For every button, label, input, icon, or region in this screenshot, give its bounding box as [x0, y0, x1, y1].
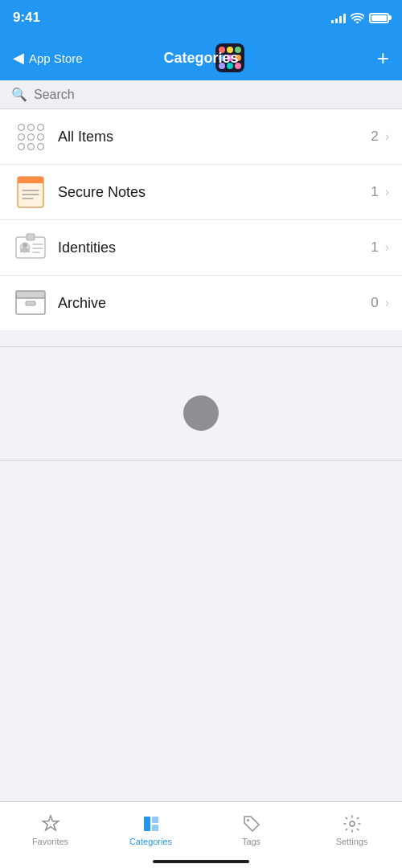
tab-label: Favorites: [32, 837, 68, 846]
item-count: 2: [371, 129, 378, 145]
item-count: 1: [371, 240, 378, 256]
home-indicator: [153, 860, 249, 863]
nav-title: Categories: [163, 50, 238, 67]
status-time: 9:41: [13, 10, 40, 26]
list-item[interactable]: Secure Notes 1 ›: [0, 165, 402, 220]
item-count: 1: [371, 184, 378, 200]
search-bar: 🔍: [0, 80, 402, 109]
svg-rect-17: [152, 817, 158, 823]
svg-rect-12: [27, 234, 35, 240]
tab-favorites[interactable]: Favorites: [0, 802, 100, 852]
divider: [0, 460, 402, 461]
tab-settings[interactable]: Settings: [302, 802, 402, 852]
item-count: 0: [371, 295, 378, 311]
status-bar: 9:41: [0, 0, 402, 35]
status-icons: [331, 12, 389, 23]
tab-label: Categories: [129, 837, 172, 846]
svg-rect-14: [16, 291, 45, 298]
wifi-icon: [351, 13, 364, 23]
item-label: Secure Notes: [48, 184, 371, 201]
svg-rect-16: [144, 817, 150, 831]
secure-notes-icon: [13, 174, 48, 210]
battery-icon: [369, 13, 389, 23]
tag-icon: [242, 814, 261, 833]
all-items-icon: [13, 119, 48, 154]
star-icon: [41, 814, 60, 833]
svg-rect-2: [18, 182, 43, 183]
back-label: App Store: [29, 51, 83, 65]
list-item[interactable]: Identities 1 ›: [0, 220, 402, 276]
chevron-right-icon: ›: [385, 296, 389, 310]
svg-point-20: [350, 821, 355, 826]
archive-icon: [13, 285, 48, 321]
chevron-right-icon: ›: [385, 185, 389, 199]
back-arrow-icon: ◀: [13, 49, 24, 67]
search-icon: 🔍: [11, 87, 27, 102]
svg-rect-18: [152, 825, 158, 831]
tab-tags[interactable]: Tags: [201, 802, 302, 852]
nav-bar: ◀ App Store Categories +: [0, 35, 402, 80]
content-area: [0, 330, 402, 652]
chevron-right-icon: ›: [385, 129, 389, 144]
gear-icon: [343, 814, 362, 833]
list-item[interactable]: Archive 0 ›: [0, 276, 402, 330]
svg-point-19: [247, 819, 249, 821]
loading-indicator: [183, 395, 219, 431]
search-input[interactable]: [34, 88, 391, 102]
add-button[interactable]: +: [377, 47, 389, 68]
chevron-right-icon: ›: [385, 240, 389, 255]
svg-rect-15: [26, 301, 35, 305]
identities-icon: [13, 230, 48, 265]
item-label: Identities: [48, 240, 371, 256]
tab-bar: Favorites Categories Tags Settings: [0, 801, 402, 868]
categories-icon: [142, 814, 161, 833]
divider: [0, 346, 402, 347]
item-label: All Items: [48, 129, 371, 145]
tab-categories[interactable]: Categories: [100, 802, 201, 852]
list-item[interactable]: All Items 2 ›: [0, 109, 402, 165]
tab-label: Settings: [336, 837, 368, 846]
item-label: Archive: [48, 295, 371, 312]
tab-label: Tags: [242, 837, 260, 846]
signal-icon: [331, 12, 346, 23]
categories-list: All Items 2 › Secure Notes 1 ›: [0, 109, 402, 330]
svg-point-8: [23, 243, 27, 248]
back-button[interactable]: ◀ App Store: [13, 49, 83, 67]
